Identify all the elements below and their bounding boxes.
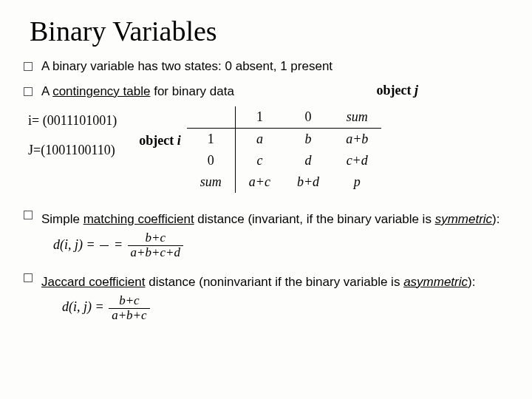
example-i: i= (0011101001) [28, 106, 117, 136]
bullet-icon [24, 87, 33, 96]
bullet-4: Jaccard coefficient distance (noninvaria… [24, 270, 508, 323]
contingency-table: 1 0 sum 1 a b a+b 0 c d c+d sum a+c b+d … [187, 106, 381, 193]
example-vectors: i= (0011101001) J=(1001100110) [28, 106, 117, 165]
object-i-label: object i [139, 133, 181, 149]
bullet-1-text: A binary variable has two states: 0 abse… [41, 59, 508, 74]
bullet-3: Simple matching coefficient distance (in… [24, 208, 508, 260]
bullet-icon [24, 211, 33, 219]
smc-formula: d(i, j) = = b+ca+b+c+d [53, 237, 185, 252]
bullet-2-text: A contingency table for binary data [41, 84, 508, 99]
bullet-4-text: Jaccard coefficient distance (noninvaria… [41, 270, 508, 323]
slide-title: Binary Variables [30, 15, 508, 47]
bullet-icon [24, 273, 33, 282]
bullet-2: A contingency table for binary data [24, 84, 508, 99]
bullet-icon [24, 62, 33, 71]
object-j-label: object j [377, 83, 419, 98]
jaccard-formula: d(i, j) = b+ca+b+c [62, 299, 151, 314]
bullet-1: A binary variable has two states: 0 abse… [24, 59, 508, 74]
mid-row: i= (0011101001) J=(1001100110) object i … [28, 106, 508, 193]
bullet-3-text: Simple matching coefficient distance (in… [41, 208, 508, 260]
example-j: J=(1001100110) [28, 136, 117, 166]
